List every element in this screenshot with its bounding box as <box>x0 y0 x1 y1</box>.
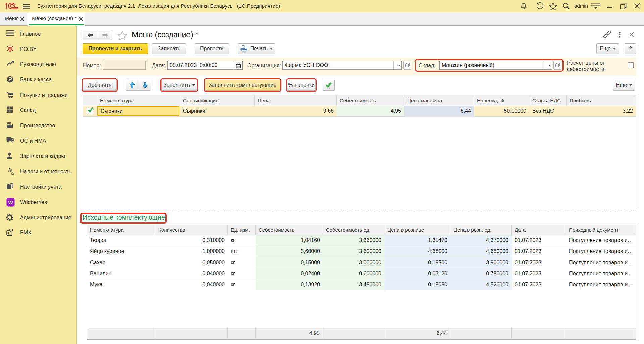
svg-text:W: W <box>8 199 13 205</box>
svg-text:Кт: Кт <box>11 171 15 175</box>
